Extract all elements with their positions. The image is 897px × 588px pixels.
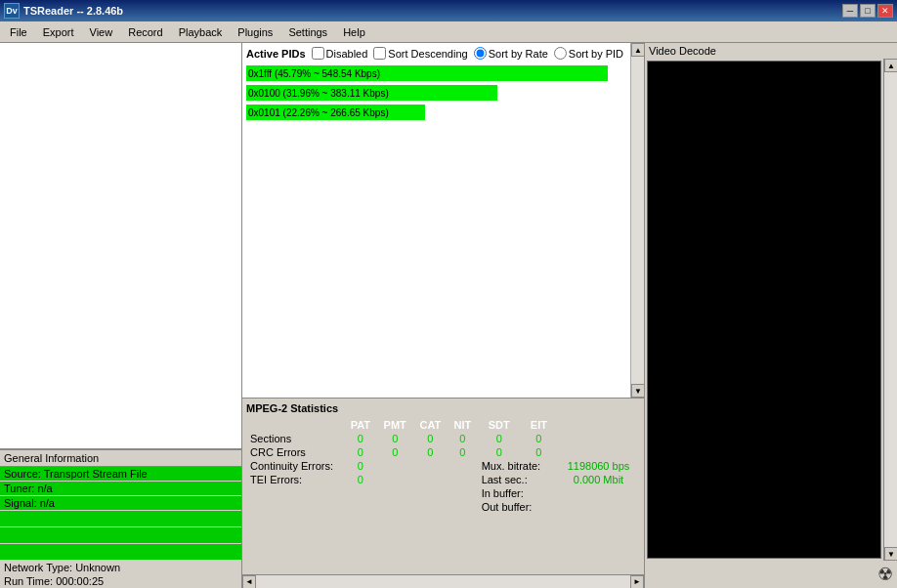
- left-top-area: [0, 43, 241, 449]
- mpeg-stats-area: MPEG-2 Statistics PAT PMT CAT NIT SDT EI…: [242, 399, 644, 574]
- sections-row: Sections 0 0 0 0 0 0: [246, 432, 640, 445]
- nuclear-icon: ☢: [877, 566, 893, 583]
- mpeg-stats-title: MPEG-2 Statistics: [246, 402, 640, 414]
- menu-view[interactable]: View: [82, 24, 121, 40]
- pid-bar-1: 0x0100 (31.96% ~ 383.11 Kbps): [246, 85, 497, 101]
- disabled-option[interactable]: Disabled: [312, 47, 368, 60]
- sort-pid-option[interactable]: Sort by PID: [554, 47, 623, 60]
- disabled-checkbox[interactable]: [312, 47, 324, 60]
- pid-bar-0: 0x1fff (45.79% ~ 548.54 Kbps): [246, 65, 608, 81]
- video-scroll-up[interactable]: ▲: [884, 59, 897, 72]
- pid-scrollbar[interactable]: ▲ ▼: [630, 43, 644, 398]
- hscroll-right[interactable]: ►: [630, 575, 644, 589]
- general-info-section: General Information Source: Transport St…: [0, 449, 241, 588]
- blank-row-2: [0, 527, 241, 543]
- menu-help[interactable]: Help: [335, 24, 373, 40]
- source-row: Source: Transport Stream File: [0, 467, 241, 481]
- col-cat: CAT: [413, 418, 448, 432]
- window-title: TSReader -- 2.8.46b: [23, 5, 842, 17]
- general-info-title: General Information: [0, 449, 241, 467]
- mid-panel: Active PIDs Disabled Sort Descending Sor…: [242, 43, 645, 588]
- network-row: Network Type: Unknown: [0, 561, 241, 574]
- right-panel: Video Decode ▲ ▼ ☢: [645, 43, 897, 588]
- bottom-icon-bar: ☢: [645, 561, 897, 588]
- col-pmt: PMT: [377, 418, 413, 432]
- hscroll-track[interactable]: [256, 575, 630, 589]
- maximize-button[interactable]: □: [860, 4, 876, 18]
- menubar: File Export View Record Playback Plugins…: [0, 21, 897, 43]
- active-pids-area: Active PIDs Disabled Sort Descending Sor…: [242, 43, 644, 399]
- col-eit: EIT: [521, 418, 557, 432]
- col-sdt: SDT: [478, 418, 521, 432]
- sort-pid-radio[interactable]: [554, 47, 567, 60]
- blank-row-3: [0, 544, 241, 560]
- col-pat: PAT: [344, 418, 377, 432]
- menu-record[interactable]: Record: [120, 24, 170, 40]
- menu-playback[interactable]: Playback: [171, 24, 231, 40]
- menu-settings[interactable]: Settings: [280, 24, 335, 40]
- pid-header: Active PIDs Disabled Sort Descending Sor…: [246, 47, 626, 60]
- tuner-row: Tuner: n/a: [0, 482, 241, 495]
- app-icon: Dv: [4, 3, 20, 19]
- left-panel: General Information Source: Transport St…: [0, 43, 242, 588]
- blank-row-1: [0, 511, 241, 526]
- video-area: [647, 61, 881, 559]
- signal-row: Signal: n/a: [0, 496, 241, 510]
- menu-export[interactable]: Export: [35, 24, 82, 40]
- menu-file[interactable]: File: [2, 24, 35, 40]
- pid-bar-row-2: 0x0101 (22.26% ~ 266.65 Kbps): [246, 105, 626, 120]
- crc-errors-row: CRC Errors 0 0 0 0 0 0: [246, 445, 640, 459]
- pid-bar-row-0: 0x1fff (45.79% ~ 548.54 Kbps): [246, 65, 626, 81]
- close-button[interactable]: ✕: [877, 4, 893, 18]
- sort-desc-option[interactable]: Sort Descending: [373, 47, 467, 60]
- col-nit: NIT: [448, 418, 478, 432]
- scroll-up-arrow[interactable]: ▲: [631, 43, 644, 57]
- in-buffer-row: In buffer:: [246, 486, 640, 500]
- sort-rate-option[interactable]: Sort by Rate: [474, 47, 548, 60]
- scroll-track[interactable]: [631, 57, 644, 384]
- tei-errors-row: TEI Errors: 0 Last sec.: 0.000 Mbit: [246, 473, 640, 486]
- main-area: General Information Source: Transport St…: [0, 43, 897, 588]
- out-buffer-row: Out buffer:: [246, 500, 640, 514]
- scroll-down-arrow[interactable]: ▼: [631, 384, 644, 398]
- mid-hscrollbar[interactable]: ◄ ►: [242, 574, 644, 588]
- active-pids-label: Active PIDs: [246, 48, 306, 60]
- sort-rate-radio[interactable]: [474, 47, 487, 60]
- video-scroll-down[interactable]: ▼: [884, 547, 897, 561]
- hscroll-left[interactable]: ◄: [242, 575, 256, 589]
- pid-content: Active PIDs Disabled Sort Descending Sor…: [242, 43, 630, 398]
- titlebar: Dv TSReader -- 2.8.46b ─ □ ✕: [0, 0, 897, 21]
- continuity-errors-row: Continuity Errors: 0 Mux. bitrate: 11980…: [246, 459, 640, 473]
- pid-bar-2: 0x0101 (22.26% ~ 266.65 Kbps): [246, 105, 425, 120]
- minimize-button[interactable]: ─: [842, 4, 858, 18]
- video-scrollbar[interactable]: ▲ ▼: [883, 59, 897, 561]
- video-scroll-track[interactable]: [884, 72, 897, 547]
- menu-plugins[interactable]: Plugins: [230, 24, 280, 40]
- sort-desc-checkbox[interactable]: [373, 47, 386, 60]
- pid-bar-row-1: 0x0100 (31.96% ~ 383.11 Kbps): [246, 85, 626, 101]
- window-controls: ─ □ ✕: [842, 4, 893, 18]
- video-decode-title: Video Decode: [645, 43, 897, 59]
- stats-table: PAT PMT CAT NIT SDT EIT Sections 0 0: [246, 418, 640, 514]
- runtime-row: Run Time: 000:00:25: [0, 574, 241, 588]
